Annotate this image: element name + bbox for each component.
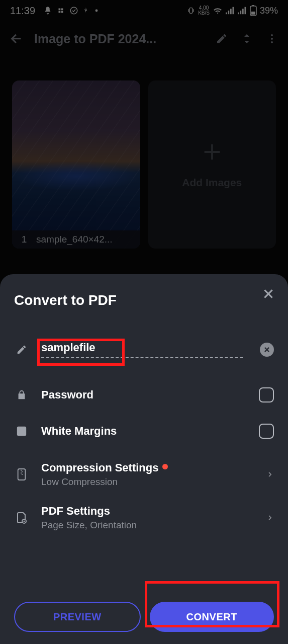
more-icon[interactable] (265, 32, 279, 46)
close-icon[interactable] (260, 285, 277, 302)
svg-rect-13 (251, 12, 255, 15)
battery-icon (250, 5, 257, 16)
image-grid: 1 sample_640×42... Add Images (0, 56, 288, 249)
svg-rect-23 (22, 474, 23, 475)
status-bar: 11:39 4.00 KB/S 39% (0, 0, 288, 21)
margins-label: White Margins (41, 425, 247, 438)
image-name: sample_640×42... (36, 234, 140, 245)
margins-checkbox[interactable] (259, 424, 274, 439)
add-images-card[interactable]: Add Images (148, 80, 276, 249)
svg-rect-22 (21, 472, 22, 473)
clock: 11:39 (10, 5, 35, 17)
sort-icon[interactable] (240, 32, 254, 46)
svg-rect-21 (22, 471, 23, 472)
image-caption: 1 sample_640×42... (12, 230, 140, 249)
filename-input[interactable] (41, 341, 243, 354)
margins-icon (14, 425, 29, 437)
pdf-settings-label: PDF Settings (41, 505, 255, 518)
svg-rect-9 (242, 9, 244, 14)
page-title: Image to PDF 2024... (34, 32, 204, 46)
pencil-icon (14, 344, 29, 355)
svg-rect-8 (240, 11, 241, 14)
data-rate: 4.00 KB/S (198, 6, 210, 16)
image-thumbnail (12, 80, 140, 249)
pdf-settings-row[interactable]: PDF Settings Page Size, Orientation (14, 500, 274, 536)
back-icon[interactable] (9, 32, 23, 46)
password-label: Password (41, 388, 247, 401)
chevron-right-icon (267, 469, 274, 480)
clear-icon[interactable] (260, 343, 274, 357)
convert-sheet: Convert to PDF Password White Margins (0, 274, 288, 644)
file-gear-icon (14, 512, 29, 524)
svg-point-25 (24, 521, 25, 522)
svg-rect-4 (228, 11, 229, 14)
convert-button[interactable]: CONVERT (150, 602, 274, 632)
preview-button[interactable]: PREVIEW (14, 602, 141, 632)
compression-sub: Low Compression (41, 476, 255, 488)
chevron-right-icon (267, 512, 274, 523)
password-row[interactable]: Password (14, 377, 274, 413)
vibrate-icon (187, 6, 195, 15)
svg-rect-3 (226, 13, 227, 15)
svg-rect-6 (232, 7, 234, 14)
pdf-settings-sub: Page Size, Orientation (41, 520, 255, 531)
image-index: 1 (12, 234, 36, 245)
svg-point-14 (271, 34, 273, 36)
edit-icon[interactable] (215, 32, 229, 46)
svg-rect-10 (244, 7, 246, 14)
svg-rect-18 (19, 429, 24, 433)
svg-point-1 (95, 10, 98, 12)
svg-rect-20 (21, 470, 22, 471)
signal-icon-2 (238, 7, 247, 15)
svg-rect-12 (252, 5, 254, 6)
action-buttons: PREVIEW CONVERT (14, 592, 274, 632)
margins-row[interactable]: White Margins (14, 413, 274, 449)
compression-row[interactable]: Compression Settings Low Compression (14, 456, 274, 493)
signal-icon (226, 7, 235, 15)
password-checkbox[interactable] (259, 387, 274, 403)
svg-rect-5 (230, 9, 232, 14)
lock-icon (14, 389, 29, 401)
svg-point-0 (70, 7, 77, 14)
zip-icon (14, 468, 29, 481)
alert-dot (162, 464, 168, 469)
battery-pct: 39% (260, 6, 278, 16)
svg-rect-7 (238, 13, 239, 15)
svg-point-15 (271, 38, 273, 40)
notification-icons (43, 6, 99, 15)
svg-point-16 (271, 41, 273, 43)
app-toolbar: Image to PDF 2024... (0, 21, 288, 56)
status-right: 4.00 KB/S 39% (187, 5, 278, 16)
add-images-label: Add Images (182, 177, 242, 189)
sheet-title: Convert to PDF (14, 292, 274, 308)
image-card[interactable]: 1 sample_640×42... (12, 80, 140, 249)
plus-icon (201, 140, 224, 168)
svg-rect-2 (190, 8, 193, 14)
wifi-icon (213, 7, 223, 15)
filename-row (14, 332, 274, 368)
compression-label: Compression Settings (41, 461, 255, 474)
